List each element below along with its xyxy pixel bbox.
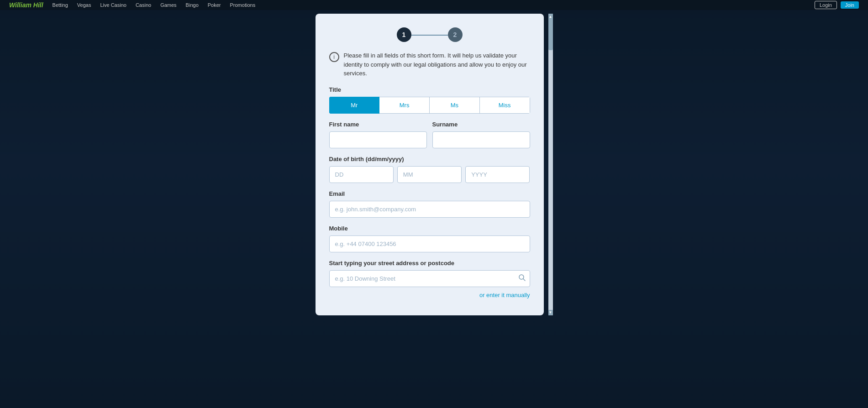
first-name-field: First name	[329, 121, 427, 148]
modal-scroll-container: ▲ ▼ 1 2 i Please fill in all fields of t…	[316, 14, 553, 315]
info-box: i Please fill in all fields of this shor…	[329, 51, 530, 78]
modal-overlay: ▲ ▼ 1 2 i Please fill in all fields of t…	[0, 10, 868, 408]
nav-live-casino[interactable]: Live Casino	[100, 2, 126, 8]
nav-casino[interactable]: Casino	[136, 2, 151, 8]
title-label: Title	[329, 86, 530, 93]
address-label: Start typing your street address or post…	[329, 260, 530, 267]
top-navigation: William Hill Betting Vegas Live Casino C…	[0, 0, 868, 10]
first-name-label: First name	[329, 121, 427, 128]
email-input[interactable]	[329, 201, 530, 218]
enter-manually-container: or enter it manually	[329, 291, 530, 299]
step-1-number: 1	[402, 31, 406, 38]
email-label: Email	[329, 190, 530, 197]
dob-yyyy-field	[465, 166, 530, 183]
step-1-indicator: 1	[397, 27, 411, 42]
nav-bingo[interactable]: Bingo	[186, 2, 199, 8]
nav-poker[interactable]: Poker	[208, 2, 221, 8]
nav-links: Betting Vegas Live Casino Casino Games B…	[53, 2, 256, 8]
nav-betting[interactable]: Betting	[53, 2, 68, 8]
surname-field: Surname	[432, 121, 530, 148]
dob-label: Date of birth (dd/mm/yyyy)	[329, 156, 530, 162]
dob-dd-input[interactable]	[329, 166, 394, 183]
svg-line-1	[523, 279, 525, 281]
title-buttons: Mr Mrs Ms Miss	[329, 97, 530, 114]
scrollbar-thumb[interactable]	[548, 14, 553, 50]
address-input[interactable]	[329, 270, 530, 287]
mobile-label: Mobile	[329, 225, 530, 232]
title-ms-button[interactable]: Ms	[430, 97, 480, 114]
info-icon: i	[329, 52, 339, 62]
nav-promotions[interactable]: Promotions	[230, 2, 256, 8]
search-icon	[518, 274, 526, 281]
step-indicators: 1 2	[329, 27, 530, 42]
first-name-input[interactable]	[329, 131, 427, 148]
site-logo: William Hill	[9, 1, 43, 9]
info-message: Please fill in all fields of this short …	[344, 51, 530, 78]
title-miss-button[interactable]: Miss	[480, 97, 530, 114]
dob-field-group: Date of birth (dd/mm/yyyy)	[329, 156, 530, 183]
step-2-number: 2	[453, 31, 457, 38]
address-search-button[interactable]	[518, 274, 526, 283]
title-mr-button[interactable]: Mr	[329, 97, 380, 114]
email-field-group: Email	[329, 190, 530, 218]
nav-auth-buttons: Login Join	[815, 1, 859, 9]
dob-mm-input[interactable]	[397, 166, 462, 183]
address-input-wrapper	[329, 270, 530, 287]
scroll-up-arrow[interactable]: ▲	[548, 14, 553, 19]
dob-fields	[329, 166, 530, 183]
address-field-group: Start typing your street address or post…	[329, 260, 530, 299]
dob-mm-field	[397, 166, 462, 183]
join-button[interactable]: Join	[841, 1, 859, 9]
surname-input[interactable]	[432, 131, 530, 148]
nav-games[interactable]: Games	[160, 2, 176, 8]
title-mrs-button[interactable]: Mrs	[379, 97, 430, 114]
mobile-field-group: Mobile	[329, 225, 530, 252]
name-fields: First name Surname	[329, 121, 530, 148]
enter-manually-link[interactable]: or enter it manually	[479, 292, 530, 298]
scroll-down-arrow[interactable]: ▼	[548, 310, 553, 315]
nav-vegas[interactable]: Vegas	[77, 2, 91, 8]
dob-dd-field	[329, 166, 394, 183]
scrollbar[interactable]: ▲ ▼	[548, 14, 553, 315]
dob-yyyy-input[interactable]	[465, 166, 530, 183]
mobile-input[interactable]	[329, 235, 530, 252]
login-button[interactable]: Login	[815, 1, 837, 9]
step-2-indicator: 2	[448, 27, 463, 42]
registration-modal: 1 2 i Please fill in all fields of this …	[316, 14, 544, 315]
surname-label: Surname	[432, 121, 530, 128]
